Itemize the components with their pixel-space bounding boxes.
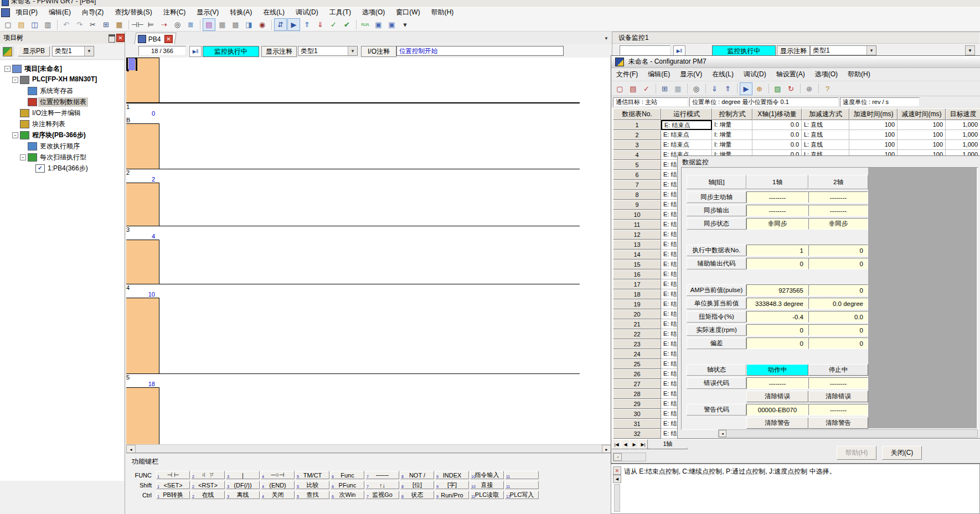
tree-item-[interactable]: 系统寄存器 — [0, 86, 124, 96]
row-number-cell[interactable]: 10 — [613, 210, 661, 220]
close-button[interactable]: 关闭(C) — [882, 446, 922, 460]
menu-item[interactable]: 显示(V) — [191, 6, 224, 19]
origin-icon[interactable]: ⊕ — [753, 82, 766, 95]
menu-item[interactable]: 选项(O) — [810, 68, 843, 81]
column-header[interactable]: 减速时间(ms) — [898, 108, 946, 120]
table-cell-move[interactable]: 0.0 — [752, 130, 802, 140]
tree-item-PB366[interactable]: −程序块(PB-366步) — [0, 130, 124, 140]
help-button[interactable]: 帮助(H) — [837, 446, 876, 460]
table-cell-t_dec[interactable]: 100 — [898, 130, 946, 140]
clear-warning-button[interactable]: 清除警告 — [746, 417, 808, 429]
table-cell-ctrl[interactable]: I: 增量 — [712, 120, 752, 130]
row-number-cell[interactable]: 4 — [613, 150, 661, 160]
ladder-h-scrollbar[interactable]: ◂ ▸ — [126, 444, 611, 453]
copy-icon[interactable]: ⊞ — [100, 18, 112, 31]
copy-icon[interactable]: ⊞ — [658, 82, 671, 95]
function-key[interactable]: (DF(/))3 — [226, 481, 260, 489]
new-data-icon[interactable]: ▢ — [613, 82, 626, 95]
comment-type-combo[interactable]: 类型1 ▼ — [810, 45, 876, 55]
column-header[interactable]: 加速时间(ms) — [849, 108, 898, 120]
column-header[interactable]: 数据表No. — [613, 108, 661, 120]
comment-display-icon[interactable]: ▤ — [203, 18, 215, 31]
open-icon[interactable]: ▤ — [15, 18, 28, 31]
row-number-cell[interactable]: 6 — [613, 170, 661, 180]
rung-margin[interactable] — [126, 183, 159, 226]
function-key[interactable]: [字]9 — [435, 481, 469, 489]
row-number-cell[interactable]: 15 — [613, 259, 661, 269]
bit-monitor-icon[interactable]: ▩ — [229, 18, 242, 31]
next-row-icon[interactable]: ▶ — [630, 439, 639, 449]
function-key[interactable]: 在线2 — [191, 491, 225, 499]
expander-minus-icon[interactable]: − — [4, 66, 11, 72]
row-number-cell[interactable]: 16 — [613, 269, 661, 279]
tab-close-icon[interactable]: ✕ — [164, 35, 173, 43]
function-key[interactable]: ─○⊣4 — [261, 471, 295, 479]
function-key[interactable]: ㄐ ㄗ2 — [191, 471, 225, 479]
toolbar-more-icon[interactable]: ▾ — [399, 18, 411, 31]
menu-item[interactable]: 项目(P) — [10, 6, 43, 19]
menu-item[interactable]: 文件(F) — [611, 68, 643, 81]
table-cell-speed[interactable]: 1,000 — [946, 120, 980, 130]
table-cell-acc[interactable]: L: 直线 — [802, 140, 849, 150]
rung-margin[interactable] — [126, 123, 159, 169]
column-header[interactable]: X轴(1)移动量 — [752, 108, 802, 120]
tool-icon[interactable]: ⊛ — [803, 82, 816, 95]
tree-item-[interactable]: 块注释列表 — [0, 119, 124, 129]
help-icon[interactable]: ? — [821, 82, 834, 95]
table-cell-mode[interactable]: E: 结束点 — [661, 130, 712, 140]
row-number-cell[interactable]: 30 — [613, 409, 661, 419]
print-icon[interactable]: ▥ — [42, 18, 54, 31]
function-key[interactable]: Run/Pro9 — [435, 491, 469, 499]
total-check-icon[interactable]: ✔ — [341, 18, 353, 31]
menu-item[interactable]: 转换(A) — [224, 6, 257, 19]
function-key[interactable]: 状态8 — [400, 491, 434, 499]
tree-item-IO[interactable]: I/O注释一并编辑 — [0, 108, 124, 118]
first-row-icon[interactable]: |◀ — [612, 439, 621, 449]
row-number-cell[interactable]: 3 — [613, 140, 661, 150]
menu-item[interactable]: 帮助(H) — [426, 6, 460, 19]
row-number-cell[interactable]: 5 — [613, 160, 661, 170]
column-header[interactable]: 加减速方式 — [802, 108, 849, 120]
menu-item[interactable]: 注释(C) — [158, 6, 192, 19]
tree-item-[interactable]: −项目[未命名] — [0, 64, 124, 74]
save-icon[interactable]: ◫ — [28, 18, 41, 31]
function-key[interactable]: 指令输入10 — [470, 471, 504, 479]
paste-icon[interactable]: ▦ — [113, 18, 126, 31]
table-h-scrollbar[interactable]: ◂ — [613, 453, 646, 461]
last-row-icon[interactable]: ▶| — [638, 439, 648, 449]
row-number-cell[interactable]: 14 — [613, 250, 661, 259]
menu-item[interactable]: 显示(V) — [675, 68, 707, 81]
function-key[interactable]: PLC写入12 — [505, 491, 539, 499]
row-number-cell[interactable]: 2 — [613, 130, 661, 140]
function-key[interactable]: ↑↓7 — [365, 481, 399, 489]
function-key[interactable]: <SET>1 — [156, 481, 190, 489]
check-icon[interactable]: ✓ — [327, 18, 340, 31]
function-key[interactable]: PB转换1 — [156, 491, 190, 499]
cut-icon[interactable]: ✂ — [86, 18, 99, 31]
table-cell-t_dec[interactable]: 100 — [898, 140, 946, 150]
function-key[interactable]: PLC读取11 — [470, 491, 504, 499]
scroll-left-icon[interactable]: ◂ — [719, 430, 726, 437]
verify-data-icon[interactable]: ▤ — [627, 82, 639, 95]
function-key[interactable]: 次Win6 — [331, 491, 364, 499]
upload-icon[interactable]: ⇑ — [721, 82, 734, 95]
download-icon[interactable]: ⇓ — [314, 18, 327, 31]
transfer-icon[interactable]: ↻ — [785, 82, 797, 95]
menu-item[interactable]: 工具(T) — [324, 6, 357, 19]
row-number-cell[interactable]: 9 — [613, 200, 661, 210]
menu-item[interactable]: 在线(L) — [707, 68, 739, 81]
word-monitor-icon[interactable]: ▦ — [216, 18, 229, 31]
function-key[interactable]: 11 — [505, 481, 539, 489]
rung-margin[interactable] — [126, 387, 159, 444]
undo-icon[interactable]: ↶ — [60, 18, 73, 31]
menu-item[interactable]: 编辑(E) — [43, 6, 76, 19]
row-number-cell[interactable]: 24 — [613, 349, 661, 359]
function-key[interactable]: ───7 — [365, 471, 399, 479]
monitor-window-icon[interactable]: ▣ — [372, 18, 385, 31]
chevron-down-icon[interactable]: ▼ — [866, 46, 876, 55]
function-key[interactable]: <RST>2 — [191, 481, 225, 489]
row-number-cell[interactable]: 27 — [613, 379, 661, 389]
close-icon[interactable]: ✕ — [116, 34, 125, 42]
menu-item[interactable]: 选项(O) — [357, 6, 390, 19]
device-monitor-icon[interactable]: ▣ — [385, 18, 398, 31]
